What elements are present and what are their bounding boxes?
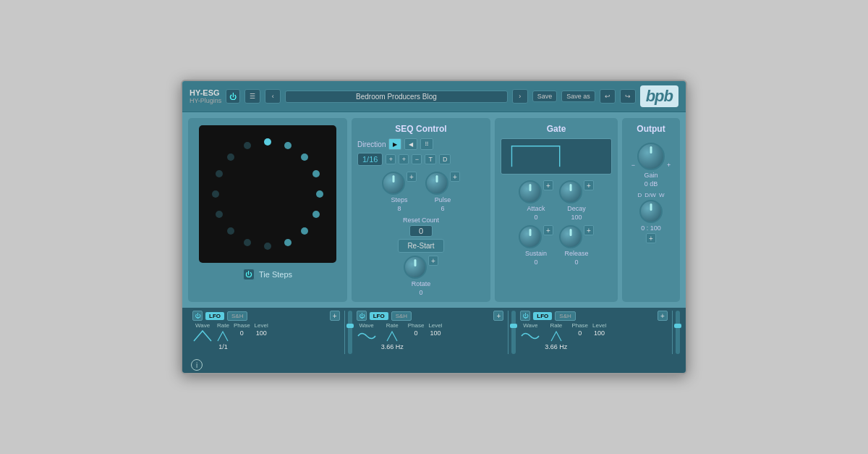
sustain-knob[interactable] xyxy=(519,225,542,248)
rate-minus-btn[interactable]: + xyxy=(386,154,396,164)
lfo1-slider[interactable] xyxy=(348,311,352,354)
lfo2-level-value: 100 xyxy=(430,329,441,337)
ring-dot[interactable] xyxy=(312,211,320,218)
lfo3-sh-btn[interactable]: S&H xyxy=(555,311,575,321)
lfo2-lfo-btn[interactable]: LFO xyxy=(370,312,388,320)
lfo2-power-btn[interactable]: ⏻ xyxy=(357,311,367,321)
restart-button[interactable]: Re-Start xyxy=(398,239,443,253)
direction-label: Direction xyxy=(357,140,386,148)
release-plus-btn[interactable]: + xyxy=(584,225,594,235)
next-preset-button[interactable]: › xyxy=(512,89,528,104)
dw-plus-btn[interactable]: + xyxy=(646,233,656,243)
lfo2-level-col: Level 100 xyxy=(428,322,442,350)
ring-dot[interactable] xyxy=(284,142,292,149)
undo-button[interactable]: ↩ xyxy=(600,89,616,104)
main-area: ⏻ Tie Steps SEQ Control Direction ▶ ◀ ⠿ … xyxy=(182,112,686,308)
ring-dot[interactable] xyxy=(312,170,320,177)
lfo3-add-btn[interactable]: + xyxy=(658,311,668,321)
rotate-knob-with-plus: + xyxy=(404,256,438,279)
lfo2-rate-icon xyxy=(386,329,398,342)
lfo3-slider-thumb xyxy=(674,324,681,328)
tie-steps-power[interactable]: ⏻ xyxy=(243,269,255,280)
d-label: D xyxy=(638,192,642,198)
ring-dot[interactable] xyxy=(264,138,271,146)
lfo3-lfo-btn[interactable]: LFO xyxy=(533,312,552,320)
lfo1-add-btn[interactable]: + xyxy=(330,311,340,321)
lfo3-power-btn[interactable]: ⏻ xyxy=(520,311,530,321)
menu-button[interactable]: ☰ xyxy=(244,89,260,104)
prev-preset-button[interactable]: ‹ xyxy=(265,89,281,104)
gain-knob[interactable] xyxy=(637,143,665,170)
bpb-logo: bpb xyxy=(640,85,678,107)
ring-dot[interactable] xyxy=(244,142,251,149)
lfo3-rate-value: 3.66 Hz xyxy=(545,343,567,350)
w-label: W xyxy=(659,192,665,198)
lfo2-wave-col: Wave xyxy=(357,322,377,350)
steps-plus-btn[interactable]: + xyxy=(407,172,417,182)
dir-backward-btn[interactable]: ◀ xyxy=(404,138,417,150)
rotate-knob[interactable] xyxy=(404,256,427,279)
lfo1-level-col: Level 100 xyxy=(255,322,268,350)
save-button[interactable]: Save xyxy=(532,91,558,102)
gain-row: − Gain 0 dB + xyxy=(631,143,671,188)
lfo2-add-btn[interactable]: + xyxy=(493,311,503,321)
lfo3-level-label: Level xyxy=(592,322,606,329)
tie-steps-label: Tie Steps xyxy=(259,270,292,279)
dw-label-row: D D/W W xyxy=(638,192,665,198)
lfo1-lfo-btn[interactable]: LFO xyxy=(205,312,224,320)
pulse-value: 6 xyxy=(441,205,444,212)
lfo2-sh-btn[interactable]: S&H xyxy=(391,311,412,321)
rate-plus-btn[interactable]: + xyxy=(399,154,409,164)
ring-dot[interactable] xyxy=(227,154,234,161)
t-btn[interactable]: T xyxy=(425,154,436,164)
attack-knob-group: + Attack 0 xyxy=(519,180,553,221)
info-button[interactable]: i xyxy=(191,359,203,371)
ring-dot[interactable] xyxy=(316,190,323,198)
saveas-button[interactable]: Save as xyxy=(561,91,595,102)
pulse-plus-btn[interactable]: + xyxy=(450,172,460,182)
lfo1-sh-btn[interactable]: S&H xyxy=(227,311,247,321)
preset-nav: Bedroom Producers Blog xyxy=(285,91,507,103)
redo-button[interactable]: ↪ xyxy=(620,89,636,104)
d-btn[interactable]: D xyxy=(439,154,451,164)
ring-dot[interactable] xyxy=(284,239,292,246)
release-knob[interactable] xyxy=(559,225,582,248)
lfo1-wave-svg xyxy=(192,329,213,342)
ring-dot[interactable] xyxy=(301,227,308,235)
dir-random-btn[interactable]: ⠿ xyxy=(420,138,433,150)
pulse-knob[interactable] xyxy=(425,172,448,195)
sustain-plus-btn[interactable]: + xyxy=(543,225,553,235)
ring-dot[interactable] xyxy=(216,170,223,177)
ring-dot[interactable] xyxy=(264,243,271,250)
ring-dot[interactable] xyxy=(244,239,251,246)
steps-value: 8 xyxy=(397,205,401,212)
decay-plus-btn[interactable]: + xyxy=(584,180,594,190)
rotate-plus-btn[interactable]: + xyxy=(428,256,438,266)
steps-knob[interactable] xyxy=(382,172,405,195)
attack-plus-btn[interactable]: + xyxy=(543,180,553,190)
dw-value: 0 : 100 xyxy=(641,224,661,232)
reset-count-section: Reset Count 0 Re-Start xyxy=(357,217,485,253)
lfo1-power-btn[interactable]: ⏻ xyxy=(192,311,203,321)
decay-knob-with-plus: + xyxy=(559,180,594,203)
ring-dot[interactable] xyxy=(227,227,234,235)
decay-knob-group: + Decay 100 xyxy=(559,180,594,221)
ring-dot[interactable] xyxy=(216,211,223,218)
attack-label: Attack xyxy=(527,205,545,212)
attack-knob[interactable] xyxy=(519,180,542,203)
decay-knob[interactable] xyxy=(559,180,582,203)
lfo3-slider[interactable] xyxy=(676,311,680,354)
sustain-label: Sustain xyxy=(525,250,547,257)
rate-dec-btn[interactable]: − xyxy=(412,154,422,164)
power-button[interactable]: ⏻ xyxy=(226,89,240,104)
lfo2-wave-label: Wave xyxy=(359,322,374,329)
pulse-knob-group: + Pulse 6 xyxy=(425,172,460,212)
dw-knob[interactable] xyxy=(639,200,663,223)
lfo2-slider[interactable] xyxy=(511,311,516,354)
lfo-panel-3-top: ⏻ LFO S&H + xyxy=(520,311,668,321)
ring-dot[interactable] xyxy=(301,154,308,161)
dir-forward-btn[interactable]: ▶ xyxy=(388,138,401,150)
ring-dot[interactable] xyxy=(212,190,219,198)
steps-knob-with-plus: + xyxy=(382,172,417,195)
reset-count-label: Reset Count xyxy=(357,217,485,224)
